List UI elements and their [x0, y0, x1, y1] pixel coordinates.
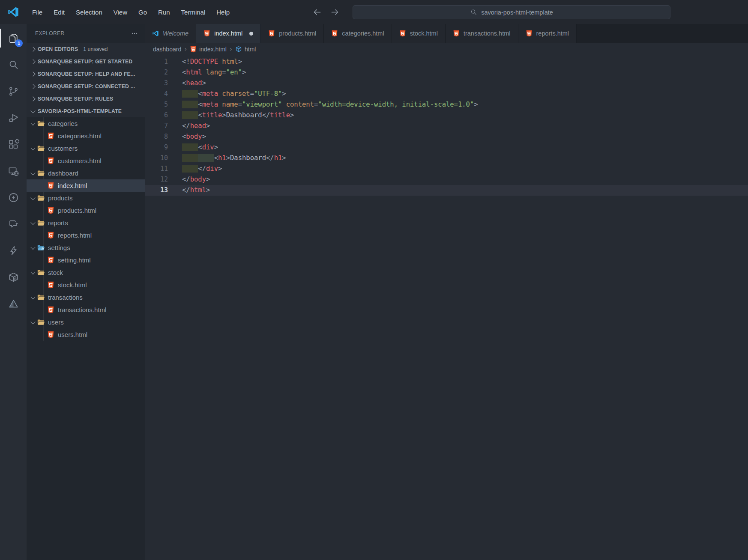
- tab-reports-html[interactable]: reports.html: [518, 24, 577, 43]
- triangle-prism-icon[interactable]: [0, 290, 27, 317]
- tree-item-stock-html[interactable]: stock.html: [27, 279, 145, 291]
- code-token: head: [186, 79, 202, 87]
- explorer-icon[interactable]: 1: [0, 25, 27, 51]
- breadcrumb-item-index-html[interactable]: index.html: [190, 46, 227, 53]
- code-token: >: [206, 176, 210, 183]
- remote-explorer-icon[interactable]: [0, 158, 27, 184]
- tree-item-users-html[interactable]: users.html: [27, 328, 145, 341]
- tree-item-index-html[interactable]: index.html: [27, 179, 145, 192]
- line-number: 7: [145, 121, 168, 131]
- code-token: <!: [182, 58, 190, 66]
- extensions-icon[interactable]: [0, 131, 27, 158]
- tree-item-customers-html[interactable]: customers.html: [27, 155, 145, 167]
- tab-categories-html[interactable]: categories.html: [324, 24, 392, 43]
- lightning-bolt-icon[interactable]: [0, 237, 27, 264]
- section-header-sonarqube-setup-help-and-fe[interactable]: SONARQUBE SETUP: HELP AND FE...: [27, 68, 145, 80]
- line-number: 2: [145, 67, 168, 78]
- tab-transactions-html[interactable]: transactions.html: [446, 24, 518, 43]
- menu-item-help[interactable]: Help: [211, 6, 235, 18]
- code-token: Dashboard: [230, 154, 266, 162]
- tree-item-label: customers: [48, 145, 78, 152]
- code-line: 6 <title>Dashboard</title>: [145, 110, 748, 121]
- html5-icon: [190, 46, 197, 53]
- html5-icon: [47, 182, 54, 189]
- tree-item-customers[interactable]: customers: [27, 142, 145, 155]
- section-header-sonarqube-setup-rules[interactable]: SONARQUBE SETUP: RULES: [27, 92, 145, 105]
- tree-item-reports-html[interactable]: reports.html: [27, 229, 145, 241]
- tree-item-users[interactable]: users: [27, 316, 145, 328]
- line-number: 1: [145, 57, 168, 67]
- tab-label: stock.html: [410, 30, 438, 37]
- sidebar-header: EXPLORER: [27, 24, 145, 43]
- section-header-sonarqube-setup-connected[interactable]: SONARQUBE SETUP: CONNECTED ...: [27, 80, 145, 92]
- more-actions-icon[interactable]: [130, 29, 139, 38]
- menu-item-edit[interactable]: Edit: [48, 6, 70, 18]
- code-line: 1<!DOCTYPE html>: [145, 57, 748, 67]
- breadcrumb-item-dashboard[interactable]: dashboard: [153, 46, 181, 53]
- tree-item-dashboard[interactable]: dashboard: [27, 167, 145, 179]
- code-token: Dashboard: [226, 111, 262, 119]
- forward-arrow-icon[interactable]: [330, 7, 340, 17]
- tree-item-label: customers.html: [58, 157, 102, 164]
- code-token: >: [242, 69, 246, 76]
- code-line-content: </head>: [182, 121, 210, 131]
- tab-welcome[interactable]: Welcome: [145, 24, 196, 43]
- code-line-content: <div>: [182, 142, 218, 153]
- breadcrumb: dashboard›index.html›html: [145, 43, 748, 56]
- section-header-sonarqube-setup-get-started[interactable]: SONARQUBE SETUP: GET STARTED: [27, 55, 145, 68]
- search-icon[interactable]: [0, 51, 27, 78]
- menu-item-file[interactable]: File: [27, 6, 48, 18]
- menu-item-go[interactable]: Go: [133, 6, 153, 18]
- tab-products-html[interactable]: products.html: [261, 24, 324, 43]
- code-token: </: [182, 176, 190, 183]
- tree-item-label: categories.html: [58, 132, 102, 140]
- tab-index-html[interactable]: index.html: [196, 24, 261, 43]
- line-number: 13: [145, 185, 168, 196]
- back-arrow-icon[interactable]: [312, 7, 322, 17]
- chevron-down-icon: [30, 220, 35, 224]
- tree-item-categories[interactable]: categories: [27, 117, 145, 130]
- code-token: title: [270, 111, 290, 119]
- breadcrumb-item-html[interactable]: html: [235, 46, 256, 53]
- code-line: 9 <div>: [145, 142, 748, 153]
- code-token: </: [262, 111, 270, 119]
- tree-item-reports[interactable]: reports: [27, 217, 145, 229]
- chevron-down-icon: [30, 170, 35, 175]
- menu-item-view[interactable]: View: [108, 6, 133, 18]
- tree-item-stock[interactable]: stock: [27, 266, 145, 279]
- tree-item-label: reports: [48, 219, 68, 226]
- code-token: "en": [226, 69, 242, 76]
- tree-item-label: settings: [48, 244, 70, 251]
- tree-item-setting-html[interactable]: setting.html: [27, 254, 145, 266]
- unsaved-dot-icon: [249, 32, 253, 36]
- code-line: 3<head>: [145, 78, 748, 89]
- tree-item-label: products.html: [58, 207, 96, 214]
- code-token: >: [214, 143, 218, 151]
- section-header-savoria-pos-html-template[interactable]: SAVORIA-POS-HTML-TEMPLATE: [27, 105, 145, 117]
- tree-item-transactions[interactable]: transactions: [27, 291, 145, 304]
- section-label: SONARQUBE SETUP: RULES: [38, 96, 113, 102]
- file-tree: categoriescategories.htmlcustomerscustom…: [27, 117, 145, 341]
- tree-item-transactions-html[interactable]: transactions.html: [27, 304, 145, 316]
- code-editor[interactable]: 1<!DOCTYPE html>2<html lang="en">3<head>…: [145, 56, 748, 196]
- run-and-debug-icon[interactable]: [0, 104, 27, 131]
- menu-item-selection[interactable]: Selection: [70, 6, 108, 18]
- html5-icon: [399, 30, 406, 37]
- tab-stock-html[interactable]: stock.html: [392, 24, 446, 43]
- lightning-circle-icon[interactable]: [0, 184, 27, 211]
- tree-item-categories-html[interactable]: categories.html: [27, 130, 145, 142]
- menu-item-run[interactable]: Run: [153, 6, 176, 18]
- tree-item-settings[interactable]: settings: [27, 241, 145, 254]
- vscode-logo-icon: [0, 6, 27, 18]
- command-center-search[interactable]: savoria-pos-html-template: [353, 5, 670, 19]
- code-token: =: [238, 101, 242, 108]
- tree-item-label: users.html: [58, 331, 87, 338]
- chat-sparkle-icon[interactable]: [0, 211, 27, 237]
- source-control-icon[interactable]: [0, 78, 27, 104]
- menu-item-terminal[interactable]: Terminal: [176, 6, 211, 18]
- container-box-icon[interactable]: [0, 264, 27, 290]
- section-header-open-editors[interactable]: OPEN EDITORS1 unsaved: [27, 43, 145, 55]
- tree-item-label: reports.html: [58, 232, 92, 239]
- tree-item-products[interactable]: products: [27, 192, 145, 204]
- tree-item-products-html[interactable]: products.html: [27, 204, 145, 217]
